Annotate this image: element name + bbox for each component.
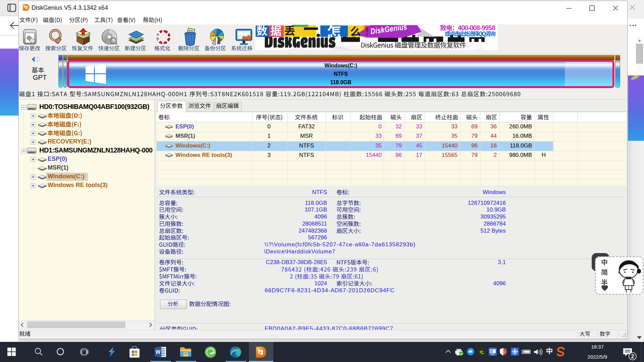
svg-text:2: 2: [631, 354, 634, 359]
